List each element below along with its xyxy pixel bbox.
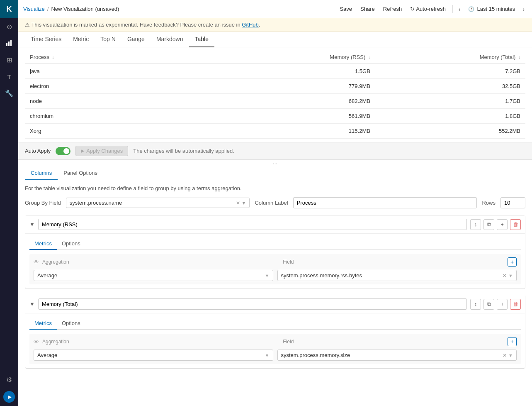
column-label-label: Column Label — [255, 200, 288, 206]
field-header-label-1: Field — [283, 339, 294, 345]
group-by-dropdown-icon[interactable]: ▼ — [242, 201, 246, 205]
delete-column-btn-1[interactable]: 🗑 — [510, 299, 521, 310]
sidebar-item-timelion[interactable]: T — [0, 68, 18, 85]
column-chevron-1[interactable]: ▼ — [29, 301, 35, 307]
auto-apply-label: Auto Apply — [25, 148, 51, 154]
table-row: Xorg 115.2MB 552.2MB — [25, 124, 525, 139]
metric-fields-0: Average ▼ system.process.memory.rss.byte… — [34, 270, 517, 281]
column-chevron-0[interactable]: ▼ — [29, 221, 35, 227]
cell-process: node — [25, 94, 225, 109]
column-actions-1: ↕ ⧉ + 🗑 — [470, 299, 521, 310]
add-column-btn-0[interactable]: + — [497, 219, 508, 230]
banner-text: ⚠ This visualization is marked as experi… — [25, 22, 242, 28]
table-row: java 1.5GB 7.2GB — [25, 64, 525, 79]
column-label-input[interactable] — [293, 197, 477, 208]
move-column-btn-0[interactable]: ↕ — [470, 219, 481, 230]
sub-tab-options[interactable]: Options — [57, 318, 85, 330]
sidebar-item-settings[interactable]: ⚙ — [0, 371, 18, 388]
field-select-1[interactable]: system.process.memory.size ✕ ▼ — [277, 350, 517, 361]
tab-time-series[interactable]: Time Series — [25, 32, 67, 47]
field-clear-icon-1[interactable]: ✕ — [503, 352, 507, 358]
rows-label: Rows — [482, 200, 496, 206]
field-clear-icon-0[interactable]: ✕ — [503, 273, 507, 279]
group-by-clear-icon[interactable]: ✕ — [236, 200, 240, 206]
metric-fields-1: Average ▼ system.process.memory.size ✕ ▼ — [34, 350, 517, 361]
save-button[interactable]: Save — [336, 4, 355, 14]
aggregation-select-1[interactable]: Average ▼ — [34, 350, 273, 361]
sidebar-item-devtools[interactable]: 🔧 — [0, 85, 18, 101]
aggregation-select-0[interactable]: Average ▼ — [34, 270, 273, 281]
col-header-total[interactable]: Memory (Total) ↕ — [375, 51, 525, 64]
cell-process: electron — [25, 79, 225, 94]
column-section-0: ▼ ↕ ⧉ + 🗑 Metrics Options 👁 Aggregation … — [25, 215, 525, 289]
time-range-picker[interactable]: 🕐 Last 15 minutes — [465, 4, 519, 14]
logo[interactable]: K — [0, 0, 18, 18]
sidebar-item-visualize[interactable] — [0, 35, 18, 51]
field-group-0: system.process.memory.rss.bytes ✕ ▼ — [277, 270, 517, 281]
auto-apply-bar: Auto Apply ▶ Apply Changes The changes w… — [18, 142, 532, 160]
aggregation-group-0: Average ▼ — [34, 270, 273, 281]
add-column-btn-1[interactable]: + — [497, 299, 508, 310]
cell-total: 7.2GB — [375, 64, 525, 79]
config-tabs: Columns Panel Options — [25, 166, 525, 180]
column-actions-0: ↕ ⧉ + 🗑 — [470, 219, 521, 230]
add-metric-btn-0[interactable]: + — [508, 257, 517, 267]
apply-changes-button[interactable]: ▶ Apply Changes — [75, 146, 128, 156]
breadcrumb-visualize-link[interactable]: Visualize — [23, 6, 45, 12]
column-title-input-1[interactable] — [38, 298, 467, 310]
auto-refresh-button[interactable]: ↻Auto-refresh — [407, 4, 449, 14]
tab-panel-options[interactable]: Panel Options — [58, 166, 103, 180]
eye-icon-1[interactable]: 👁 — [34, 339, 39, 345]
rows-input[interactable] — [500, 197, 525, 208]
tab-columns[interactable]: Columns — [25, 166, 58, 180]
viz-type-tabs: Time Series Metric Top N Gauge Markdown … — [18, 32, 532, 47]
copy-column-btn-1[interactable]: ⧉ — [483, 299, 494, 310]
field-select-0[interactable]: system.process.memory.rss.bytes ✕ ▼ — [277, 270, 517, 281]
add-metric-btn-1[interactable]: + — [508, 337, 517, 346]
resize-handle[interactable]: ··· — [18, 160, 532, 166]
github-link[interactable]: GitHub — [242, 22, 258, 28]
data-table-wrap: Process ↕ Memory (RSS) ↓ Memory (Total) … — [18, 47, 532, 142]
column-title-input-0[interactable] — [38, 219, 467, 230]
delete-column-btn-0[interactable]: 🗑 — [510, 219, 521, 230]
aggregation-value-0: Average — [37, 272, 265, 279]
tab-top-n[interactable]: Top N — [95, 32, 121, 47]
sub-tabs-0: Metrics Options — [29, 238, 521, 250]
auto-apply-toggle[interactable] — [56, 147, 70, 155]
tab-metric[interactable]: Metric — [67, 32, 95, 47]
tab-table[interactable]: Table — [189, 32, 214, 47]
aggregation-dropdown-icon-0[interactable]: ▼ — [265, 273, 270, 278]
field-value-1: system.process.memory.size — [281, 352, 503, 358]
col-header-rss[interactable]: Memory (RSS) ↓ — [225, 51, 375, 64]
aggregation-dropdown-icon-1[interactable]: ▼ — [265, 353, 270, 358]
refresh-button[interactable]: Refresh — [380, 4, 406, 14]
prev-button[interactable]: ‹ — [456, 4, 463, 14]
play-button[interactable]: ▶ — [3, 391, 15, 403]
eye-icon-0[interactable]: 👁 — [34, 259, 39, 265]
tab-gauge[interactable]: Gauge — [121, 32, 151, 47]
sidebar-item-dashboard[interactable]: ⊞ — [0, 51, 18, 68]
auto-apply-note: The changes will be automatically applie… — [133, 148, 234, 154]
sidebar-item-discover[interactable]: ⊙ — [0, 18, 18, 35]
copy-column-btn-0[interactable]: ⧉ — [483, 219, 494, 230]
breadcrumb-separator: / — [47, 6, 49, 12]
metric-row-header-1: 👁 Aggregation Field + — [34, 337, 517, 346]
sub-tab-metrics[interactable]: Metrics — [29, 318, 57, 330]
share-button[interactable]: Share — [357, 4, 378, 14]
field-dropdown-icon-1[interactable]: ▼ — [508, 353, 513, 358]
sub-tab-options[interactable]: Options — [57, 238, 85, 250]
cell-total: 552.2MB — [375, 124, 525, 139]
svg-rect-2 — [10, 40, 12, 46]
aggregation-value-1: Average — [37, 352, 265, 358]
sub-tabs-1: Metrics Options — [29, 318, 521, 330]
group-by-field-select[interactable]: system.process.name ✕ ▼ — [66, 198, 250, 208]
config-panel: Columns Panel Options For the table visu… — [18, 166, 532, 406]
sub-tab-metrics[interactable]: Metrics — [29, 238, 57, 250]
tab-markdown[interactable]: Markdown — [151, 32, 189, 47]
col-header-process[interactable]: Process ↕ — [25, 51, 225, 64]
next-button[interactable]: › — [520, 4, 527, 14]
sidebar: K ⊙ ⊞ T 🔧 ⚙ ▶ — [0, 0, 18, 406]
move-column-btn-1[interactable]: ↕ — [470, 299, 481, 310]
field-dropdown-icon-0[interactable]: ▼ — [508, 273, 513, 278]
aggregation-header-label-0: Aggregation — [42, 259, 69, 265]
